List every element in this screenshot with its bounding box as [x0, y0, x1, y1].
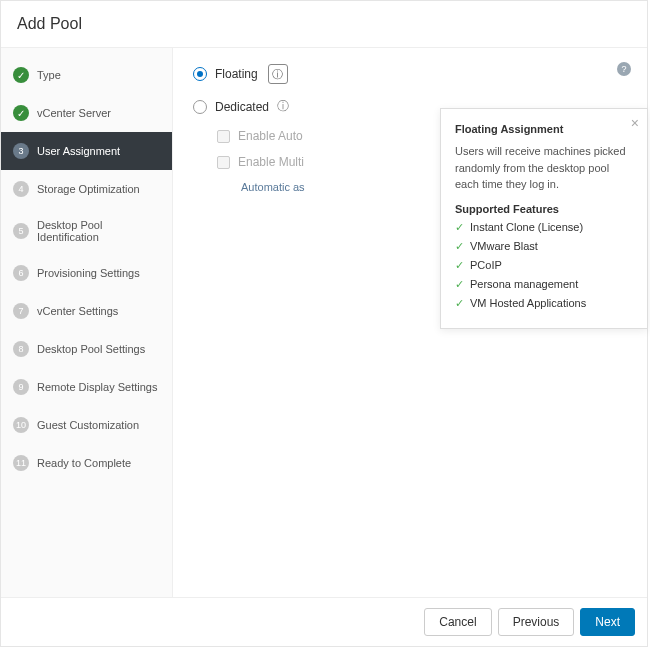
radio-floating[interactable]	[193, 67, 207, 81]
info-popover: × Floating Assignment Users will receive…	[440, 108, 648, 329]
checkbox-enable-auto	[217, 130, 230, 143]
cancel-button[interactable]: Cancel	[424, 608, 491, 636]
step-number-icon: 10	[13, 417, 29, 433]
step-desktop-pool-identification[interactable]: 5 Desktop Pool Identification	[1, 208, 172, 254]
wizard-content: ? Floating ⓘ Dedicated ⓘ Enable Auto Ena…	[173, 48, 647, 597]
step-ready-to-complete[interactable]: 11 Ready to Complete	[1, 444, 172, 482]
step-number-icon: 7	[13, 303, 29, 319]
step-number-icon: 8	[13, 341, 29, 357]
checkbox-enable-multi	[217, 156, 230, 169]
check-icon: ✓	[455, 278, 464, 291]
step-guest-customization[interactable]: 10 Guest Customization	[1, 406, 172, 444]
step-remote-display-settings[interactable]: 9 Remote Display Settings	[1, 368, 172, 406]
step-number-icon: 6	[13, 265, 29, 281]
step-user-assignment[interactable]: 3 User Assignment	[1, 132, 172, 170]
radio-floating-label: Floating	[215, 67, 258, 81]
step-vcenter-settings[interactable]: 7 vCenter Settings	[1, 292, 172, 330]
step-provisioning-settings[interactable]: 6 Provisioning Settings	[1, 254, 172, 292]
check-icon: ✓	[455, 297, 464, 310]
page-title: Add Pool	[17, 15, 631, 33]
info-icon[interactable]: ⓘ	[277, 98, 289, 115]
popover-supported-label: Supported Features	[455, 203, 633, 215]
check-icon: ✓	[455, 240, 464, 253]
radio-dedicated[interactable]	[193, 100, 207, 114]
step-number-icon: 9	[13, 379, 29, 395]
wizard-dialog: Add Pool Type vCenter Server 3 User Assi…	[0, 0, 648, 647]
step-type[interactable]: Type	[1, 56, 172, 94]
wizard-steps-sidebar: Type vCenter Server 3 User Assignment 4 …	[1, 48, 173, 597]
check-icon: ✓	[455, 259, 464, 272]
feature-item: ✓Persona management	[455, 278, 633, 291]
step-number-icon: 4	[13, 181, 29, 197]
feature-item: ✓Instant Clone (License)	[455, 221, 633, 234]
popover-title: Floating Assignment	[455, 123, 633, 135]
check-icon	[13, 105, 29, 121]
popover-description: Users will receive machines picked rando…	[455, 143, 633, 193]
radio-dedicated-label: Dedicated	[215, 100, 269, 114]
step-desktop-pool-settings[interactable]: 8 Desktop Pool Settings	[1, 330, 172, 368]
help-icon[interactable]: ?	[617, 62, 631, 76]
step-number-icon: 11	[13, 455, 29, 471]
wizard-footer: Cancel Previous Next	[1, 597, 647, 646]
feature-item: ✓VMware Blast	[455, 240, 633, 253]
enable-auto-label: Enable Auto	[238, 129, 303, 143]
step-storage-optimization[interactable]: 4 Storage Optimization	[1, 170, 172, 208]
dialog-header: Add Pool	[1, 1, 647, 48]
step-vcenter-server[interactable]: vCenter Server	[1, 94, 172, 132]
info-icon[interactable]: ⓘ	[268, 64, 288, 84]
previous-button[interactable]: Previous	[498, 608, 575, 636]
next-button[interactable]: Next	[580, 608, 635, 636]
radio-floating-row: Floating ⓘ	[193, 64, 627, 84]
enable-multi-label: Enable Multi	[238, 155, 304, 169]
step-number-icon: 3	[13, 143, 29, 159]
step-number-icon: 5	[13, 223, 29, 239]
feature-item: ✓PCoIP	[455, 259, 633, 272]
feature-item: ✓VM Hosted Applications	[455, 297, 633, 310]
close-icon[interactable]: ×	[631, 115, 639, 131]
check-icon	[13, 67, 29, 83]
check-icon: ✓	[455, 221, 464, 234]
